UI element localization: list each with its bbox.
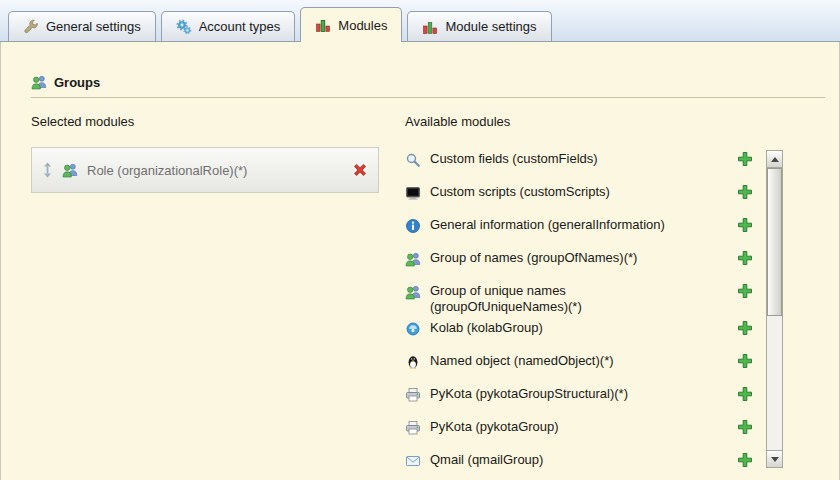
add-module-button[interactable] xyxy=(737,419,753,435)
scroll-thumb[interactable] xyxy=(767,168,782,316)
add-module-button[interactable] xyxy=(737,283,753,299)
arrow-down-icon xyxy=(771,457,779,462)
module-label: Qmail (qmailGroup) xyxy=(430,452,706,468)
tab-label: Modules xyxy=(338,18,387,33)
gears-icon xyxy=(176,19,192,35)
available-module-row: Named object (namedObject)(*) xyxy=(405,349,753,382)
available-module-row: Custom fields (customFields) xyxy=(405,147,753,180)
module-label: Custom fields (customFields) xyxy=(430,151,706,167)
module-label: General information (generalInformation) xyxy=(430,217,706,233)
tab-label: Account types xyxy=(199,19,281,34)
drag-handle-icon[interactable] xyxy=(42,162,53,178)
delete-module-button[interactable] xyxy=(352,162,368,178)
available-module-row: Custom scripts (customScripts) xyxy=(405,180,753,213)
content-panel: Groups Selected modules Role (organizat xyxy=(0,42,840,480)
mail-icon xyxy=(405,453,421,469)
tab-bar: General settings Account types Modules xyxy=(0,0,840,42)
add-module-button[interactable] xyxy=(737,320,753,336)
wrench-icon xyxy=(23,19,39,35)
selected-module-label: Role (organizationalRole)(*) xyxy=(87,163,343,178)
available-module-row: Group of unique names (groupOfUniqueName… xyxy=(405,279,753,316)
tab-label: General settings xyxy=(46,19,141,34)
module-label: Custom scripts (customScripts) xyxy=(430,184,706,200)
available-module-row: Qmail (qmailGroup) xyxy=(405,448,753,480)
add-module-button[interactable] xyxy=(737,184,753,200)
available-modules-list: Custom fields (customFields) Custom scri… xyxy=(405,147,783,480)
terminal-icon xyxy=(405,185,421,201)
add-module-button[interactable] xyxy=(737,353,753,369)
scrollbar[interactable] xyxy=(766,150,783,468)
scroll-up-button[interactable] xyxy=(767,151,782,168)
section-title: Groups xyxy=(54,75,100,90)
available-module-row: Kolab (kolabGroup) xyxy=(405,316,753,349)
add-module-button[interactable] xyxy=(737,151,753,167)
magnifier-icon xyxy=(405,152,421,168)
add-module-button[interactable] xyxy=(737,217,753,233)
module-label: PyKota (pykotaGroupStructural)(*) xyxy=(430,386,706,402)
tab-general-settings[interactable]: General settings xyxy=(8,11,156,41)
tab-module-settings[interactable]: Module settings xyxy=(407,11,551,41)
add-module-button[interactable] xyxy=(737,452,753,468)
kolab-icon xyxy=(405,321,421,337)
group-icon xyxy=(405,284,421,300)
printer-icon xyxy=(405,387,421,403)
selected-module-row[interactable]: Role (organizationalRole)(*) xyxy=(31,147,379,193)
modules-icon xyxy=(422,19,438,35)
arrow-up-icon xyxy=(771,157,779,162)
available-module-row: General information (generalInformation) xyxy=(405,213,753,246)
module-label: Named object (namedObject)(*) xyxy=(430,353,706,369)
add-module-button[interactable] xyxy=(737,386,753,402)
module-label: PyKota (pykotaGroup) xyxy=(430,419,706,435)
penguin-icon xyxy=(405,354,421,370)
group-icon xyxy=(62,162,78,178)
tab-label: Module settings xyxy=(445,19,536,34)
info-icon xyxy=(405,218,421,234)
group-icon xyxy=(405,251,421,267)
add-module-button[interactable] xyxy=(737,250,753,266)
group-icon xyxy=(31,74,47,90)
available-module-row: Group of names (groupOfNames)(*) xyxy=(405,246,753,279)
selected-modules-heading: Selected modules xyxy=(31,114,379,129)
scroll-down-button[interactable] xyxy=(767,450,782,467)
module-label: Group of names (groupOfNames)(*) xyxy=(430,250,706,266)
groups-section-header: Groups xyxy=(31,74,825,98)
tab-modules[interactable]: Modules xyxy=(300,7,402,42)
printer-icon xyxy=(405,420,421,436)
module-label: Group of unique names (groupOfUniqueName… xyxy=(430,283,706,316)
available-module-row: PyKota (pykotaGroupStructural)(*) xyxy=(405,382,753,415)
module-label: Kolab (kolabGroup) xyxy=(430,320,706,336)
available-modules-heading: Available modules xyxy=(405,114,783,129)
modules-icon xyxy=(315,17,331,33)
tab-account-types[interactable]: Account types xyxy=(161,11,296,41)
available-module-row: PyKota (pykotaGroup) xyxy=(405,415,753,448)
